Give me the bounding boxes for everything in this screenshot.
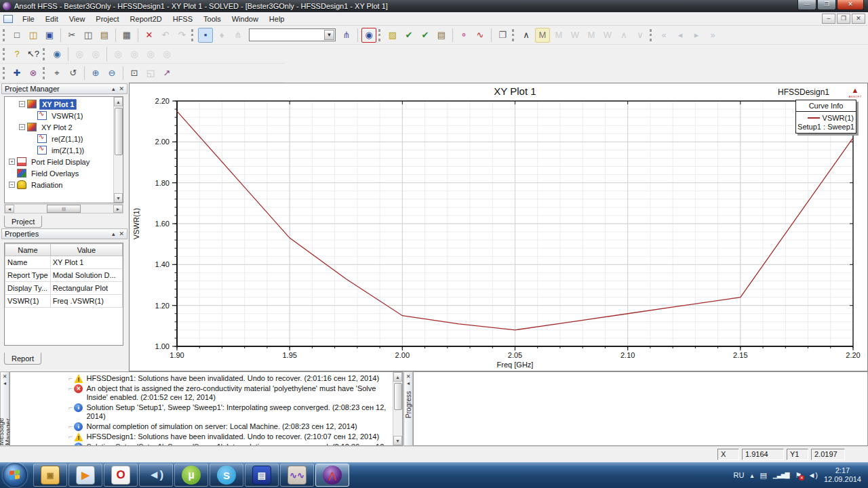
zoom-out-button[interactable]: ⊖ [104,66,119,81]
mdi-minimize-button[interactable]: – [822,14,835,24]
scroll-thumb[interactable] [115,108,123,155]
minimize-button[interactable]: — [797,0,816,10]
pan-button[interactable]: ⌖ [50,66,64,81]
toolbar-grip[interactable] [378,29,382,41]
delete-button[interactable]: ✕ [142,28,157,43]
toolbar-grip[interactable] [3,48,6,60]
tree-item-re-z-1-1-[interactable]: re(Z(1,1)) [5,133,113,144]
help-topics-button[interactable]: ? [9,47,24,62]
undo-button[interactable]: ↶ [158,28,173,43]
collapse-icon[interactable]: − [19,101,25,107]
analyze-all-button[interactable]: ✔ [418,28,433,43]
tab-project[interactable]: Project [4,216,42,228]
message-row[interactable]: ⌐HFSSDesign1: Solutions have been invali… [10,373,392,384]
xy-plot-view[interactable]: 1.901.952.002.052.102.152.201.001.201.40… [129,83,868,371]
property-row[interactable]: Display Ty...Rectangular Plot [5,282,123,295]
taskbar-volume[interactable]: ◄) [139,464,173,487]
nav-last-button[interactable]: » [705,28,720,43]
selection-combobox[interactable]: ▼ [249,28,336,41]
tree-item-xy-plot-2[interactable]: −XY Plot 2 [5,121,113,133]
results-button[interactable]: ▤ [434,28,449,43]
taskbar-opera[interactable]: O [104,464,138,487]
tree-vscrollbar[interactable]: ▲ ▼ [113,97,123,203]
show-active-view-button[interactable]: ◎ [127,47,142,62]
save-button[interactable]: ▣ [42,28,57,43]
menu-hfss[interactable]: HFSS [167,13,198,25]
message-vscrollbar[interactable]: ▲ ▼ [393,372,402,445]
expand-icon[interactable]: + [9,159,15,165]
wave-sine-button[interactable]: ∧ [519,28,534,43]
maximize-button[interactable]: ❐ [817,0,836,10]
context-help-button[interactable]: ↖? [26,47,41,62]
toolbar-grip[interactable] [650,29,653,41]
menu-file[interactable]: File [17,13,40,25]
scroll-down-icon[interactable]: ▼ [114,193,123,203]
menu-tools[interactable]: Tools [198,13,226,25]
tree-item-vswr-1-[interactable]: VSWR(1) [5,110,113,121]
toolbar-grip[interactable] [191,29,195,41]
toolbar-grip[interactable] [3,67,6,79]
model-tree-button[interactable]: ⋔ [339,28,354,43]
message-row[interactable]: ⌐An object that is assigned the zero-con… [10,384,392,403]
copy-image-button[interactable]: ❐ [495,28,510,43]
scroll-down-icon[interactable]: ▼ [393,436,402,445]
hide-active-view-button[interactable]: ◎ [111,47,125,62]
property-row[interactable]: Report TypeModal Solution D... [5,269,123,282]
message-row[interactable]: ⌐Normal completion of simulation on serv… [10,422,392,432]
hide-all-views-button[interactable]: ◎ [143,47,158,62]
sweep-button[interactable]: ⊗ [26,66,41,81]
wave-m1-button[interactable]: M [535,28,550,43]
select-object-button[interactable]: ▪ [198,28,213,43]
property-row[interactable]: VSWR(1)Freq .VSWR(1) [5,295,123,308]
hide-selection-button[interactable]: ◎ [72,47,87,62]
start-button[interactable] [3,463,27,487]
tree-item-port-field-display[interactable]: +Port Field Display [5,156,113,167]
scroll-right-icon[interactable]: ► [113,205,123,213]
network-signal-icon[interactable]: ▁▃▅▇ [773,472,789,479]
zoom-window-button[interactable]: ⊡ [127,66,142,81]
collapse-icon[interactable]: − [9,182,15,188]
print-button[interactable]: ▦ [119,28,134,43]
close-panel-icon[interactable]: ✕ [119,230,124,237]
orient-axes-button[interactable]: ↗ [159,66,174,81]
open-button[interactable]: ◫ [26,28,41,43]
notification-icon[interactable]: ▤ [760,471,766,480]
close-panel-icon[interactable]: ✕ [3,373,7,380]
create-report-button[interactable]: ∿ [473,28,488,43]
visibility-button[interactable]: ◉ [50,47,64,62]
wave-down-button[interactable]: ∨ [633,28,648,43]
scroll-thumb[interactable]: ⦀⦀ [47,205,81,213]
close-panel-icon[interactable]: ✕ [119,85,124,92]
dock-arrow-icon[interactable]: ◂ [3,380,6,387]
cut-icon-button[interactable]: ✂ [64,28,79,43]
tab-report[interactable]: Report [4,352,41,365]
dock-arrow-icon[interactable]: ◂ [407,380,410,387]
menu-window[interactable]: Window [226,13,264,25]
validation-check-button[interactable]: ▨ [385,28,400,43]
close-panel-icon[interactable]: ✕ [406,373,411,380]
wave-m2-button[interactable]: M [551,28,566,43]
taskbar-explorer[interactable]: ▣ [33,464,67,487]
toolbar-grip[interactable] [3,29,6,41]
mdi-restore-button[interactable]: ❐ [837,14,850,24]
select-edge-button[interactable]: ⋔ [231,28,245,43]
tree-item-radiation[interactable]: −Radiation [5,179,113,190]
nav-prev-button[interactable]: ◂ [673,28,688,43]
wave-up-button[interactable]: ∧ [616,28,631,43]
tree-item-im-z-1-1-[interactable]: im(Z(1,1)) [5,144,113,156]
optimetrics-button[interactable]: ⚬ [456,28,471,43]
nav-first-button[interactable]: « [656,28,671,43]
tree-hscrollbar[interactable]: ◄ ⦀⦀ ► [4,204,123,214]
taskbar-utorrent[interactable]: µ [174,464,208,487]
menu-help[interactable]: Help [264,13,290,25]
show-selection-button[interactable]: ◎ [88,47,103,62]
collapse-icon[interactable]: ▴ [112,85,115,92]
title-bar[interactable]: Ansoft HFSS - Bester3GOnly - HFSSDesign1… [0,0,868,12]
menu-edit[interactable]: Edit [40,13,64,25]
mdi-document-icon[interactable] [3,15,13,23]
close-button[interactable]: ✕ [837,0,864,10]
action-center-flag-icon[interactable]: ⚑✕ [795,471,802,480]
project-tree[interactable]: −XY Plot 1VSWR(1)−XY Plot 2re(Z(1,1))im(… [4,96,123,203]
taskbar-floppy-app[interactable]: ▤ [245,464,279,487]
nav-next-button[interactable]: ▸ [689,28,704,43]
